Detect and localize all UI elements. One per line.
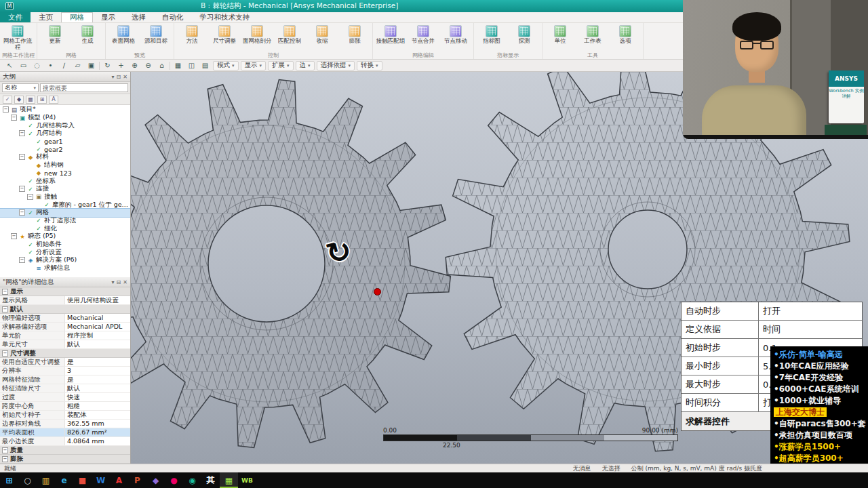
details-row-特征清除尺寸[interactable]: 特征清除尺寸默认 [0, 384, 130, 393]
filter-type-select[interactable]: 名称▾ [2, 83, 39, 92]
tab-学习和技术支持[interactable]: 学习和技术支持 [192, 12, 258, 22]
details-section-膨胀[interactable]: −膨胀 [0, 455, 130, 464]
tree-item-材料[interactable]: −◆材料 [0, 153, 130, 161]
details-row-value[interactable]: 默认 [65, 340, 130, 348]
ribbon-button-接触匹配组[interactable]: 接触匹配组 [375, 24, 406, 49]
details-row-单元尺寸[interactable]: 单元尺寸默认 [0, 340, 130, 349]
tree-item-结构钢[interactable]: ◆结构钢 [0, 161, 130, 169]
tree-item-gear1[interactable]: ✓gear1 [0, 138, 130, 146]
pan-icon[interactable]: + [115, 61, 127, 70]
taskbar-search-icon[interactable]: ○ [18, 472, 37, 488]
box-select-icon[interactable]: ▭ [18, 61, 29, 70]
toolbar-dropdown-模式[interactable]: 模式▾ [213, 61, 239, 70]
tree-item-连接[interactable]: −✓连接 [0, 185, 130, 193]
taskbar-word-icon[interactable]: W [92, 472, 110, 488]
zoom-in-icon[interactable]: ⊕ [129, 61, 140, 70]
details-row-value[interactable]: 快速 [65, 393, 130, 401]
tab-显示[interactable]: 显示 [93, 12, 123, 22]
details-row-value[interactable]: 粗糙 [65, 402, 130, 410]
taskbar-file-explorer-icon[interactable]: ▥ [37, 472, 55, 488]
details-row-value[interactable]: 3 [65, 367, 130, 375]
toolbar-dropdown-转换[interactable]: 转换▾ [357, 61, 382, 70]
ribbon-button-方法[interactable]: 方法 [176, 24, 208, 49]
fit-view-icon[interactable]: ⌂ [156, 61, 167, 70]
select-cursor-icon[interactable]: ↖ [4, 61, 16, 70]
tab-网格[interactable]: 网格 [61, 12, 93, 22]
tree-item-解决方案 (P6)[interactable]: −◈解决方案 (P6) [0, 256, 130, 264]
tree-item-接触[interactable]: −▣接触 [0, 193, 130, 201]
details-row-value[interactable]: 是 [65, 375, 130, 384]
ribbon-button-匹配控制[interactable]: 匹配控制 [274, 24, 305, 49]
details-row-边界框对角线[interactable]: 边界框对角线362.55 mm [0, 420, 130, 428]
tree-item-几何结构[interactable]: −✓几何结构 [0, 129, 130, 138]
details-section-质量[interactable]: −质量 [0, 446, 130, 455]
outline-search-input[interactable] [43, 85, 125, 92]
label-icon[interactable]: ▤ [199, 61, 211, 70]
tree-item-gear2[interactable]: ✓gear2 [0, 145, 130, 153]
ribbon-button-源和目标[interactable]: 源和目标 [140, 24, 172, 49]
taskbar-acrobat-icon[interactable]: A [110, 472, 128, 488]
details-row-过渡[interactable]: 过渡快速 [0, 393, 130, 402]
details-section-默认[interactable]: −默认 [0, 305, 130, 314]
tree-expander-icon[interactable]: − [19, 186, 25, 192]
tree-expander-icon[interactable]: − [19, 130, 25, 136]
details-section-显示[interactable]: −显示 [0, 287, 130, 296]
details-row-value[interactable]: 362.55 mm [65, 420, 130, 428]
outline-filter-icon-0[interactable]: ✓ [3, 96, 12, 104]
details-row-使用自适应尺寸调整[interactable]: 使用自适应尺寸调整是 [0, 358, 130, 367]
ribbon-button-网格工作流程[interactable]: 网格工作流程 [2, 24, 33, 49]
toolbar-dropdown-显示[interactable]: 显示▾ [241, 61, 267, 70]
taskbar-start-button[interactable]: ⊞ [0, 472, 18, 488]
panel-close-icon[interactable]: ✕ [123, 74, 127, 80]
tree-expander-icon[interactable]: − [19, 209, 25, 216]
taskbar-chinese-app-icon[interactable]: 其 [201, 472, 220, 488]
ribbon-button-膨胀[interactable]: 膨胀 [339, 24, 370, 49]
outline-filter-icon-1[interactable]: ◆ [14, 96, 24, 104]
ribbon-button-探测[interactable]: 探测 [509, 24, 540, 49]
tree-expander-icon[interactable]: − [11, 115, 17, 121]
taskbar-workbench-icon[interactable]: WB [238, 472, 256, 488]
tree-item-网格[interactable]: −✓网格 [0, 209, 130, 217]
tree-item-项目*[interactable]: −▤项目* [0, 106, 130, 114]
section-plane-icon[interactable]: ◫ [186, 61, 197, 70]
section-expander-icon[interactable]: − [2, 447, 8, 453]
edge-filter-icon[interactable]: ∕ [58, 61, 70, 70]
tree-item-初始条件[interactable]: ✓初始条件 [0, 241, 130, 249]
ribbon-button-尺寸调整[interactable]: 尺寸调整 [209, 24, 240, 49]
details-row-单元阶[interactable]: 单元阶程序控制 [0, 331, 130, 340]
details-row-跨度中心角[interactable]: 跨度中心角粗糙 [0, 402, 130, 411]
details-row-value[interactable]: 程序控制 [65, 331, 130, 340]
details-row-平均表面积[interactable]: 平均表面积826.67 mm² [0, 428, 130, 437]
details-row-初始尺寸种子[interactable]: 初始尺寸种子装配体 [0, 411, 130, 420]
details-row-求解器偏好选项[interactable]: 求解器偏好选项Mechanical APDL [0, 323, 130, 331]
ribbon-button-节点移动[interactable]: 节点移动 [440, 24, 471, 49]
tree-item-求解信息[interactable]: ≡求解信息 [0, 264, 130, 272]
ribbon-button-表面网格[interactable]: 表面网格 [108, 24, 139, 49]
toolbar-dropdown-边[interactable]: 边▾ [296, 61, 315, 70]
tree-expander-icon[interactable]: − [3, 106, 9, 113]
ribbon-button-单位[interactable]: 单位 [545, 24, 576, 49]
tree-expander-icon[interactable]: − [19, 257, 25, 263]
tree-item-模型 (P4)[interactable]: −▣模型 (P4) [0, 114, 130, 122]
taskbar-red-app-icon[interactable]: ■ [73, 472, 92, 488]
rotate-view-icon[interactable]: ↻ [102, 61, 113, 70]
details-row-value[interactable]: 4.0864 mm [65, 437, 130, 445]
wireframe-icon[interactable]: ▦ [172, 61, 184, 70]
ribbon-button-工作表[interactable]: 工作表 [577, 24, 608, 49]
details-row-value[interactable]: 826.67 mm² [65, 428, 130, 436]
single-select-icon[interactable]: ◌ [31, 61, 43, 70]
ribbon-button-节点合并[interactable]: 节点合并 [408, 24, 439, 49]
details-row-网格特征清除[interactable]: 网格特征清除是 [0, 375, 130, 384]
tree-expander-icon[interactable]: − [27, 194, 33, 200]
panel-pin-icon[interactable]: ⊟ [117, 74, 121, 80]
tree-item-坐标系[interactable]: ✓坐标系 [0, 177, 130, 185]
section-expander-icon[interactable]: − [2, 456, 8, 462]
toolbar-dropdown-选择依据[interactable]: 选择依据▾ [317, 61, 355, 70]
panel-pin-icon[interactable]: ⊟ [117, 279, 121, 285]
outline-filter-icon-2[interactable]: ▦ [26, 96, 35, 104]
details-section-尺寸调整[interactable]: −尺寸调整 [0, 349, 130, 358]
section-expander-icon[interactable]: − [2, 350, 8, 357]
section-expander-icon[interactable]: − [2, 289, 8, 295]
tab-文件[interactable]: 文件 [0, 12, 31, 22]
ribbon-button-指标图[interactable]: 指标图 [476, 24, 507, 49]
